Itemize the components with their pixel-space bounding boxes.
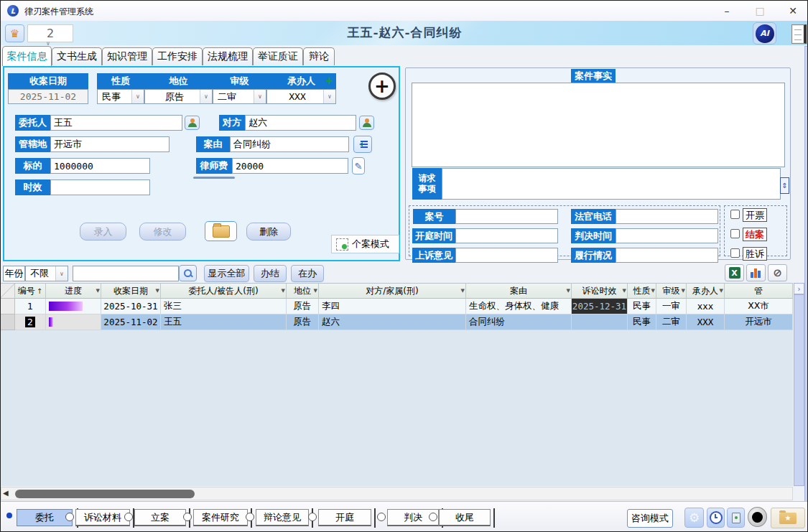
- window-right-scrollbar[interactable]: [804, 46, 808, 531]
- filter-arrow-icon[interactable]: ▼: [282, 288, 285, 294]
- cell-jurisdiction[interactable]: 开远市: [725, 314, 793, 330]
- table-vertical-scrollbar[interactable]: [794, 294, 804, 486]
- cell-date[interactable]: 2025-11-02: [101, 314, 161, 330]
- cell-level[interactable]: 二审: [656, 314, 687, 330]
- handler-select[interactable]: XXX∨: [266, 89, 336, 104]
- stage-radio-debate-opinion[interactable]: [246, 513, 254, 521]
- row-selector-cell[interactable]: [1, 314, 15, 330]
- cell-date[interactable]: 2025-10-31: [101, 299, 161, 314]
- cell-position[interactable]: 原告: [287, 299, 319, 314]
- cell-handler[interactable]: XXX: [687, 314, 725, 330]
- settings-button[interactable]: ⚙: [684, 508, 704, 528]
- timer-button[interactable]: [707, 508, 725, 528]
- cell-id[interactable]: 2: [15, 314, 46, 330]
- stage-label-filing[interactable]: 立案: [134, 509, 186, 526]
- appeal-opinion-input[interactable]: [455, 248, 558, 263]
- dropdown-arrow-icon[interactable]: ∨: [131, 90, 144, 103]
- tab-knowledge[interactable]: 知识管理: [102, 47, 152, 65]
- filter-arrow-icon[interactable]: ▼: [720, 288, 723, 294]
- limitation-input[interactable]: [50, 179, 150, 195]
- stage-radio-hearing[interactable]: [308, 513, 317, 521]
- active-filter-button[interactable]: 在办: [291, 265, 324, 282]
- table-row[interactable]: 1 2025-10-31 张三 原告 李四 生命权、身体权、健康 2025-12…: [1, 299, 793, 314]
- stage-label-hearing[interactable]: 开庭: [318, 509, 371, 526]
- judge-phone-input[interactable]: [616, 209, 718, 224]
- cell-cause[interactable]: 合同纠纷: [466, 314, 572, 330]
- col-header-client[interactable]: 委托人/被告人(刑)▼: [161, 284, 287, 299]
- col-header-position[interactable]: 地位▼: [287, 284, 319, 299]
- table-scroll-right-icon[interactable]: ›: [794, 283, 804, 294]
- stage-label-materials[interactable]: 诉讼材料: [75, 509, 130, 526]
- row-selector-cell[interactable]: [1, 299, 15, 314]
- amount-input[interactable]: 1000000: [50, 158, 150, 174]
- tab-case-info[interactable]: 案件信息: [2, 46, 52, 66]
- stage-radio-closing[interactable]: [429, 513, 437, 521]
- add-handler-icon[interactable]: +: [325, 75, 333, 85]
- level-select[interactable]: 二审∨: [213, 89, 266, 104]
- year-select[interactable]: 不限∨: [25, 266, 68, 281]
- filter-arrow-icon[interactable]: ▼: [651, 288, 655, 294]
- trash-button[interactable]: [727, 508, 745, 528]
- cell-nature[interactable]: 民事: [628, 314, 656, 330]
- dropdown-arrow-icon[interactable]: ∨: [254, 90, 266, 103]
- notebook-icon[interactable]: [791, 24, 807, 44]
- cell-jurisdiction[interactable]: XX市: [725, 299, 793, 314]
- minimize-button[interactable]: –: [713, 1, 740, 21]
- stage-label-debate-opinion[interactable]: 辩论意见: [256, 509, 309, 526]
- cell-client[interactable]: 张三: [161, 299, 287, 314]
- tab-doc-generate[interactable]: 文书生成: [52, 47, 102, 65]
- cell-client[interactable]: 王五: [161, 314, 287, 330]
- scroll-left-icon[interactable]: ◀: [3, 489, 9, 497]
- cell-handler[interactable]: xxx: [687, 299, 725, 314]
- filter-arrow-icon[interactable]: ▼: [682, 288, 685, 294]
- modify-button[interactable]: 修改: [139, 223, 186, 241]
- maximize-button[interactable]: □: [746, 1, 774, 21]
- nature-select[interactable]: 民事∨: [97, 89, 144, 104]
- cell-level[interactable]: 一审: [656, 299, 687, 314]
- filter-arrow-icon[interactable]: ▼: [461, 288, 465, 294]
- filter-arrow-icon[interactable]: ▼: [156, 288, 159, 294]
- closed-checkbox[interactable]: [730, 229, 740, 238]
- col-header-handler[interactable]: 承办人▼: [687, 284, 725, 299]
- cell-position[interactable]: 原告: [287, 314, 319, 330]
- closed-filter-button[interactable]: 办结: [254, 265, 287, 282]
- cause-picker-button[interactable]: [353, 136, 372, 153]
- fee-input[interactable]: 20000: [232, 158, 348, 174]
- col-header-nature[interactable]: 性质▼: [628, 284, 656, 299]
- table-corner-cell[interactable]: [1, 284, 15, 299]
- won-checkbox[interactable]: [730, 248, 740, 258]
- dropdown-arrow-icon[interactable]: ∨: [323, 90, 335, 103]
- favorites-folder-button[interactable]: ★: [771, 508, 805, 528]
- invoice-checkbox[interactable]: [730, 210, 740, 219]
- claims-scroll-button[interactable]: ⇕: [780, 177, 789, 194]
- stage-radio-research[interactable]: [183, 513, 192, 521]
- dropdown-arrow-icon[interactable]: ∨: [200, 90, 212, 103]
- delete-button[interactable]: 删除: [246, 223, 291, 241]
- single-case-mode-button[interactable]: 个案模式: [331, 235, 399, 253]
- tab-work-schedule[interactable]: 工作安排: [152, 47, 203, 65]
- cell-opponent[interactable]: 李四: [319, 299, 466, 314]
- table-row-selected[interactable]: 2 2025-11-02 王五 原告 赵六 合同纠纷 民事 二审 XXX 开远市: [1, 314, 793, 330]
- col-header-date[interactable]: 收案日期▼: [101, 284, 161, 299]
- claims-textarea[interactable]: [442, 168, 781, 200]
- opponent-input[interactable]: 赵六: [245, 115, 356, 131]
- dropdown-arrow-icon[interactable]: ∨: [55, 266, 68, 281]
- export-excel-button[interactable]: X: [725, 264, 744, 281]
- scrollbar-thumb[interactable]: [15, 490, 195, 498]
- cause-input[interactable]: 合同纠纷: [230, 136, 349, 152]
- col-header-jurisdiction[interactable]: 管: [725, 284, 793, 299]
- case-number-input[interactable]: [455, 209, 558, 224]
- client-input[interactable]: 王五: [50, 115, 182, 131]
- col-header-opponent[interactable]: 对方/家属(刑)▼: [319, 284, 466, 299]
- record-button[interactable]: [748, 507, 767, 527]
- col-header-id[interactable]: 编号↑: [15, 284, 46, 299]
- stage-label-research[interactable]: 案件研究: [193, 509, 248, 526]
- opponent-contact-button[interactable]: [359, 116, 374, 130]
- cell-nature[interactable]: 民事: [628, 299, 656, 314]
- table-horizontal-scrollbar[interactable]: ◀: [1, 487, 793, 500]
- jurisdiction-input[interactable]: 开远市: [50, 136, 170, 152]
- stage-radio-judgment[interactable]: [377, 513, 386, 521]
- entry-button[interactable]: 录入: [80, 223, 126, 241]
- add-case-button[interactable]: +: [368, 73, 396, 100]
- cell-progress[interactable]: [46, 314, 101, 330]
